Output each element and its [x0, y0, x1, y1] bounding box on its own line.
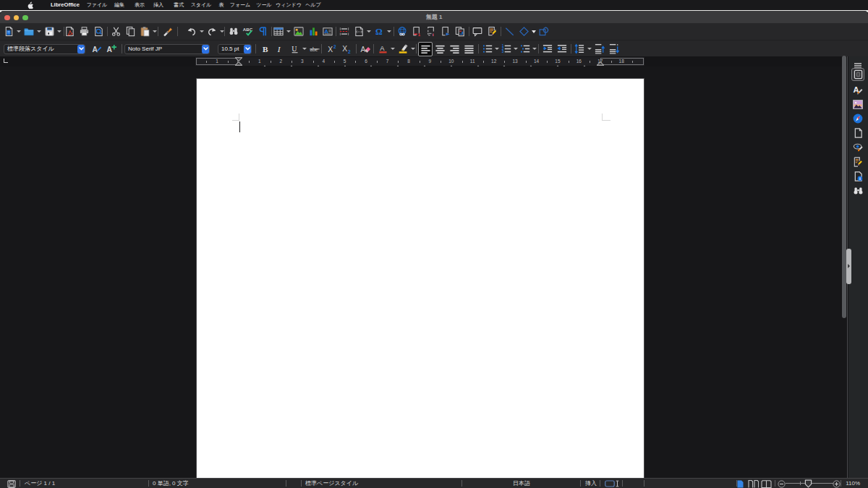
multi-page-view-button[interactable]	[748, 480, 759, 488]
paragraph-style-combobox[interactable]: 標準段落スタイル	[4, 44, 85, 54]
redo-button[interactable]	[205, 25, 219, 39]
insert-line-button[interactable]	[502, 25, 516, 39]
highlight-color-button[interactable]	[396, 42, 410, 56]
new-document-dropdown-button[interactable]	[16, 25, 22, 39]
italic-button[interactable]: I	[273, 42, 287, 56]
align-center-button[interactable]	[433, 42, 447, 56]
print-button[interactable]	[77, 25, 91, 39]
zoom-slider-thumb[interactable]	[804, 479, 812, 488]
sidebar-tab-gallery[interactable]	[852, 98, 864, 110]
bookmark-button[interactable]	[438, 25, 453, 39]
selection-mode-icon[interactable]	[605, 480, 620, 488]
word-count-field[interactable]: 0 単語, 0 文字	[153, 479, 189, 488]
outline-list-dropdown-button[interactable]	[532, 42, 537, 56]
sidebar-tab-styles[interactable]: A	[852, 84, 864, 95]
vertical-scrollbar-thumb[interactable]	[842, 56, 846, 318]
font-color-dropdown-button[interactable]	[390, 42, 396, 56]
special-character-button[interactable]: Ω	[372, 25, 386, 39]
font-name-dropdown-icon[interactable]	[202, 45, 209, 53]
clone-formatting-button[interactable]	[161, 25, 175, 39]
open-file-button[interactable]	[22, 25, 36, 39]
insert-chart-button[interactable]	[306, 25, 320, 39]
menu-item-10[interactable]: ヘルプ	[305, 0, 321, 10]
page-count-field[interactable]: ページ 1 / 1	[25, 479, 55, 488]
sidebar-tab-find[interactable]	[852, 185, 864, 197]
undo-button[interactable]	[184, 25, 199, 39]
underline-button[interactable]: U	[287, 42, 302, 56]
menu-item-6[interactable]: 表	[219, 0, 224, 10]
font-color-button[interactable]: A	[375, 42, 390, 56]
insert-image-button[interactable]	[292, 25, 306, 39]
underline-dropdown-button[interactable]	[302, 42, 307, 56]
zoom-in-button[interactable]	[833, 480, 841, 488]
special-character-dropdown-button[interactable]	[386, 25, 392, 39]
highlight-color-dropdown-button[interactable]	[410, 42, 416, 56]
page-break-button[interactable]	[337, 25, 352, 39]
line-spacing-button[interactable]	[572, 42, 587, 56]
insert-table-dropdown-button[interactable]	[286, 25, 292, 39]
track-changes-button[interactable]	[485, 25, 499, 39]
spelling-button[interactable]: ABC	[241, 25, 255, 39]
cut-button[interactable]	[109, 25, 123, 39]
subscript-button[interactable]: X2	[339, 42, 354, 56]
sidebar-tab-page[interactable]	[852, 127, 864, 139]
sidebar-tab-accessibility-check[interactable]: i	[852, 171, 864, 182]
menu-item-2[interactable]: 表示	[135, 0, 145, 10]
outline-list-button[interactable]	[518, 42, 532, 56]
single-page-view-button[interactable]	[737, 480, 744, 488]
footnote-button[interactable]: 1	[409, 25, 424, 39]
draw-functions-button[interactable]	[537, 25, 551, 39]
zoom-out-button[interactable]	[778, 480, 786, 488]
insert-mode-field[interactable]: 挿入	[585, 479, 597, 488]
clear-formatting-button[interactable]: A	[358, 42, 373, 56]
sidebar-tab-navigator[interactable]	[852, 113, 864, 124]
menu-app-name[interactable]: LibreOffice	[51, 0, 80, 10]
increase-indent-button[interactable]	[540, 42, 555, 56]
new-document-button[interactable]	[1, 25, 16, 39]
bold-button[interactable]: B	[258, 42, 273, 56]
menu-item-4[interactable]: 書式	[174, 0, 184, 10]
menu-item-1[interactable]: 編集	[114, 0, 124, 10]
open-file-dropdown-button[interactable]	[36, 25, 42, 39]
title-bar[interactable]: 無題 1	[0, 11, 868, 23]
increase-paragraph-spacing-button[interactable]	[592, 42, 607, 56]
insert-field-dropdown-button[interactable]	[366, 25, 372, 39]
sidebar-tab-properties[interactable]	[851, 68, 864, 81]
save-dropdown-button[interactable]	[56, 25, 62, 39]
menu-item-9[interactable]: ウィンドウ	[276, 0, 302, 10]
document-save-icon[interactable]	[7, 480, 16, 488]
paragraph-style-dropdown-icon[interactable]	[77, 45, 85, 53]
basic-shapes-dropdown-button[interactable]	[531, 25, 537, 39]
endnote-button[interactable]: i	[424, 25, 438, 39]
print-preview-button[interactable]	[91, 25, 106, 39]
sidebar-tab-manage-changes[interactable]	[852, 156, 864, 168]
font-size-combobox[interactable]: 10.5 pt	[218, 44, 252, 54]
insert-textbox-button[interactable]: A	[320, 25, 335, 39]
menu-item-7[interactable]: フォーム	[230, 0, 251, 10]
numbered-list-button[interactable]: 123	[499, 42, 514, 56]
sidebar-collapse-handle[interactable]	[846, 249, 851, 284]
document-page[interactable]	[197, 79, 644, 478]
superscript-button[interactable]: X2	[325, 42, 339, 56]
align-left-button[interactable]	[418, 42, 433, 56]
horizontal-ruler[interactable]: 1123456789101112131415161718	[195, 57, 644, 66]
cross-reference-button[interactable]	[453, 25, 467, 39]
decrease-indent-button[interactable]	[555, 42, 569, 56]
page-style-field[interactable]: 標準ページスタイル	[305, 479, 358, 488]
strikethrough-button[interactable]: abe	[307, 42, 322, 56]
formatting-marks-button[interactable]	[255, 25, 270, 39]
left-indent-marker[interactable]	[234, 61, 242, 66]
hyperlink-button[interactable]	[395, 25, 409, 39]
export-pdf-button[interactable]	[62, 25, 77, 39]
comment-button[interactable]	[470, 25, 485, 39]
font-size-dropdown-icon[interactable]	[244, 45, 251, 53]
menu-item-8[interactable]: ツール	[256, 0, 271, 10]
apple-icon[interactable]	[27, 1, 34, 9]
bullet-list-button[interactable]	[480, 42, 495, 56]
undo-dropdown-button[interactable]	[199, 25, 205, 39]
tab-stop-type-selector-icon[interactable]	[4, 59, 8, 63]
update-style-button[interactable]: A	[90, 42, 104, 56]
language-field[interactable]: 日本語	[513, 479, 530, 488]
decrease-paragraph-spacing-button[interactable]	[607, 42, 621, 56]
paste-dropdown-button[interactable]	[152, 25, 158, 39]
